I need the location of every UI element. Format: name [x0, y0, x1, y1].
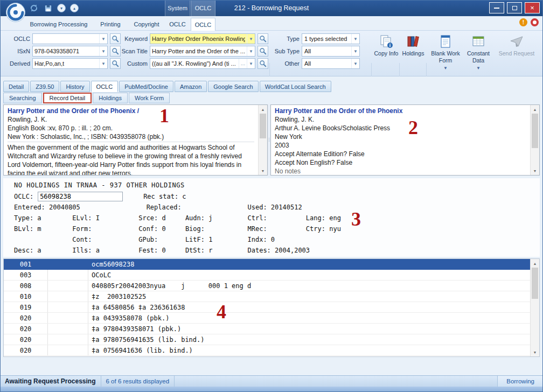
subtab-work-form[interactable]: Work Form — [129, 93, 170, 103]
tab-detail[interactable]: Detail — [3, 81, 29, 92]
subtab-record-detail[interactable]: Record Detail — [43, 93, 92, 103]
isxn-search-input[interactable] — [33, 46, 99, 56]
maximize-button[interactable] — [507, 2, 522, 13]
scroll-down-icon[interactable]: ▼ — [531, 166, 539, 175]
about-icon[interactable] — [531, 18, 539, 26]
request-non-english: Accept Non English? False — [275, 158, 526, 167]
chevron-down-icon[interactable]: ▼ — [99, 34, 107, 44]
tab-oclc[interactable]: OCLC — [91, 81, 119, 92]
marc-row[interactable]: 019 ‡a 64580856 ‡a 236361638 — [4, 302, 530, 313]
marc-row[interactable]: 020 ‡a 0439358078 (pbk.) — [4, 313, 530, 324]
scroll-up-icon[interactable]: ▲ — [259, 105, 267, 114]
chevron-down-icon[interactable]: ▼ — [247, 34, 255, 44]
derived-search-input[interactable] — [33, 59, 99, 68]
custom-search-combo: … ▼ — [150, 58, 255, 69]
context-tab-system[interactable]: System — [165, 0, 190, 16]
type-limit-select[interactable]: 1 types selected ▼ — [302, 33, 360, 44]
blank-work-form-icon — [438, 34, 452, 48]
tab-z3950[interactable]: Z39.50 — [30, 81, 59, 92]
tab-worldcat-local-search[interactable]: WorldCat Local Search — [260, 81, 331, 92]
blank-work-form-button[interactable]: Blank Work Form ▼ — [430, 32, 461, 71]
scan-title-search-input[interactable] — [150, 46, 247, 56]
request-panel-scrollbar[interactable]: ▲ ▼ — [530, 105, 539, 175]
oclc-number-input[interactable] — [38, 192, 123, 201]
ribbon-tab-borrowing-processing[interactable]: Borrowing Processing — [27, 18, 90, 31]
bib-author: Rowling, J. K. — [8, 115, 254, 124]
fixed-field-line: Cont: GPub: LitF: 1 Indx: 0 — [14, 234, 540, 245]
other-limit-select[interactable]: All ▼ — [302, 58, 360, 69]
chevron-down-icon[interactable]: ▼ — [351, 46, 359, 56]
scrollbar-thumb[interactable] — [260, 114, 266, 138]
keyword-search-combo: ▼ — [150, 33, 255, 44]
ribbon-tab-oclc-system[interactable]: OCLC — [165, 18, 190, 31]
chevron-down-icon[interactable]: ▼ — [99, 46, 107, 56]
custom-field-label: Custom — [117, 60, 148, 67]
scroll-up-icon[interactable]: ▲ — [531, 259, 539, 268]
chevron-down-icon[interactable]: ▼ — [99, 59, 107, 68]
marc-row[interactable]: 001 ocm56098238 — [4, 259, 530, 270]
scrollbar-thumb[interactable] — [532, 114, 538, 148]
custom-search-input[interactable] — [150, 59, 239, 68]
close-button[interactable]: × — [525, 2, 540, 13]
marc-row[interactable]: 020 ‡a 9780439358071 (pbk.) — [4, 324, 530, 334]
close-icon: × — [530, 4, 534, 11]
search-icon — [259, 35, 267, 43]
marc-row[interactable]: 020 ‡a 0756941636 (lib. bind.) — [4, 345, 530, 356]
ribbon-tab-printing[interactable]: Printing — [94, 18, 127, 31]
marc-tag: 003 — [4, 270, 48, 280]
scan-title-search-button[interactable] — [257, 46, 268, 57]
request-info-panel: Harry Potter and the Order of the Phoeni… — [270, 104, 540, 176]
save-icon[interactable] — [43, 3, 53, 13]
send-request-button[interactable]: Send Request — [497, 32, 537, 57]
marc-row[interactable]: 003 OCoLC — [4, 270, 530, 281]
redo-icon[interactable]: ▴ — [70, 4, 79, 12]
undo-icon[interactable]: ▾ — [57, 4, 66, 12]
ribbon-tab-copyright[interactable]: Copyright — [129, 18, 164, 31]
type-limit-value: 1 types selected — [302, 36, 351, 42]
chevron-down-icon[interactable]: ▼ — [351, 34, 359, 44]
holdings-button[interactable]: Holdings — [401, 32, 426, 57]
constant-data-button[interactable]: Constant Data ▼ — [463, 32, 493, 71]
context-tab-oclc[interactable]: OCLC — [191, 0, 215, 16]
marc-row[interactable]: 010 ‡z 2003102525 — [4, 291, 530, 302]
ellipsis-icon[interactable]: … — [239, 59, 247, 68]
scroll-down-icon[interactable]: ▼ — [531, 348, 539, 356]
marc-row[interactable]: 008 040805r20042003nyua j 000 1 eng d — [4, 281, 530, 291]
bib-panel-scrollbar[interactable]: ▲ ▼ — [258, 105, 267, 175]
type-limit-label: Type — [273, 36, 300, 42]
subtype-limit-select[interactable]: All ▼ — [302, 46, 360, 57]
tab-google-search[interactable]: Google Search — [208, 81, 258, 92]
scroll-up-icon[interactable]: ▲ — [531, 105, 539, 114]
subtab-searching[interactable]: Searching — [3, 93, 42, 103]
custom-search-button[interactable] — [257, 58, 268, 69]
sync-icon[interactable] — [29, 3, 39, 13]
marc-value: ‡a 0439358078 (pbk.) — [88, 313, 530, 323]
marc-field-table: 001 ocm56098238 003 OCoLC 008 040805r200… — [3, 258, 540, 357]
tab-amazon[interactable]: Amazon — [175, 81, 207, 92]
marc-value: ‡a 9780439358071 (pbk.) — [88, 324, 530, 334]
tab-history[interactable]: History — [60, 81, 89, 92]
chevron-down-icon[interactable]: ▼ — [247, 59, 255, 68]
copy-info-button[interactable]: Copy Info — [374, 32, 399, 57]
subtab-holdings[interactable]: Holdings — [93, 93, 128, 103]
scrollbar-thumb[interactable] — [532, 268, 538, 299]
fixed-fields-panel: NO HOLDINGS IN TRNAA - 937 OTHER HOLDING… — [3, 178, 540, 257]
request-notes: No notes — [275, 167, 526, 175]
minimize-button[interactable] — [489, 2, 504, 13]
help-icon[interactable]: ! — [519, 18, 527, 26]
app-logo-icon[interactable] — [5, 2, 26, 25]
tab-pubmed-docline[interactable]: PubMed/Docline — [119, 81, 173, 92]
status-text: Awaiting Request Processing — [0, 376, 101, 387]
chevron-down-icon[interactable]: ▼ — [351, 59, 359, 68]
oclc-search-input[interactable] — [33, 34, 99, 44]
ribbon-tab-oclc[interactable]: OCLC — [191, 18, 215, 31]
scroll-down-icon[interactable]: ▼ — [259, 166, 267, 175]
keyword-search-input[interactable] — [150, 34, 247, 44]
marc-row[interactable]: 020 ‡a 9780756941635 (lib. bind.) — [4, 334, 530, 345]
chevron-down-icon[interactable]: ▼ — [247, 46, 255, 56]
keyword-field-label: Keyword — [117, 36, 148, 42]
keyword-search-button[interactable] — [257, 33, 268, 44]
fixed-field-line: Type: a ELvl: I Srce: d Audn: j Ctrl: La… — [14, 213, 540, 223]
marc-value: ‡a 64580856 ‡a 236361638 — [88, 302, 530, 312]
marc-table-scrollbar[interactable]: ▲ ▼ — [530, 259, 539, 356]
